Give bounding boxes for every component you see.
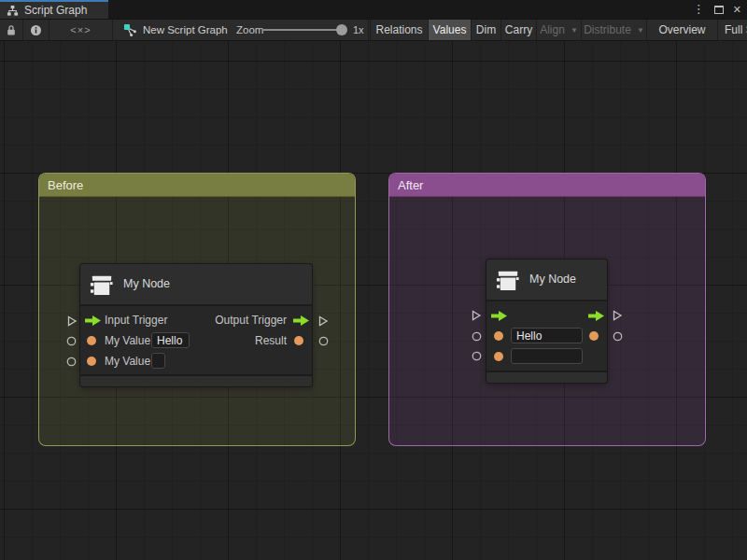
full-screen-label: Full Scr <box>725 23 747 36</box>
external-value-port[interactable] <box>472 331 482 342</box>
external-value-port[interactable] <box>613 331 623 342</box>
group-after-header[interactable]: After <box>389 174 705 197</box>
external-value-port[interactable] <box>472 351 482 361</box>
tab-title: Script Graph <box>24 4 87 17</box>
new-graph-icon <box>123 23 137 37</box>
port-row-value-a: My Value A Result <box>80 330 312 351</box>
my-value-b-input[interactable] <box>151 353 165 369</box>
more-menu-icon[interactable]: ⋮ <box>693 0 705 19</box>
port-row-value-b: My Value B <box>80 351 312 371</box>
lock-icon <box>6 24 17 36</box>
align-label: Align <box>540 23 565 36</box>
overview-label: Overview <box>658 23 705 36</box>
output-trigger-label: Output Trigger <box>215 310 287 330</box>
values-label: Values <box>433 23 467 36</box>
dim-button[interactable]: Dim <box>471 20 500 40</box>
carry-button[interactable]: Carry <box>500 20 536 40</box>
port-row-trigger: Input Trigger Output Trigger <box>80 310 312 330</box>
my-value-a-input[interactable] <box>151 332 190 348</box>
graph-toolbar: <×> New Script Graph Zoom 1x Relations V… <box>0 19 747 41</box>
result-label: Result <box>255 330 287 351</box>
flow-output-port[interactable] <box>588 311 604 321</box>
group-before-title: Before <box>48 178 83 192</box>
distribute-button[interactable]: Distribute ▼ <box>581 20 646 40</box>
group-before-header[interactable]: Before <box>39 174 355 197</box>
node-my-node-before[interactable]: My Node Input Trigger Output Trigger My … <box>80 264 312 386</box>
info-button[interactable] <box>22 20 49 40</box>
input-trigger-label: Input Trigger <box>105 310 167 330</box>
node-my-node-after[interactable]: My Node <box>486 259 607 383</box>
overview-button[interactable]: Overview <box>646 20 717 40</box>
chevron-down-icon: ▼ <box>637 26 644 35</box>
lock-button[interactable] <box>0 20 22 40</box>
my-value-a-input[interactable] <box>511 328 583 343</box>
value-output-port[interactable] <box>294 336 303 345</box>
relations-label: Relations <box>375 23 422 36</box>
carry-label: Carry <box>505 23 532 36</box>
value-input-port[interactable] <box>494 352 503 361</box>
external-flow-port[interactable] <box>612 310 623 321</box>
script-graph-window: Script Graph ⋮ ✕ <box>0 0 747 560</box>
graph-hierarchy-icon <box>7 5 19 17</box>
node-title: My Node <box>123 264 170 304</box>
unit-icon <box>496 268 521 293</box>
align-button[interactable]: Align ▼ <box>536 20 581 40</box>
external-value-port[interactable] <box>66 336 77 346</box>
zoom-slider-thumb[interactable] <box>336 24 347 35</box>
tab-strip: Script Graph ⋮ ✕ <box>0 0 747 19</box>
value-input-port[interactable] <box>87 357 96 366</box>
flow-output-port[interactable] <box>293 315 309 326</box>
node-footer <box>486 371 607 383</box>
node-footer <box>80 374 312 386</box>
distribute-label: Distribute <box>584 23 631 36</box>
zoom-label: Zoom <box>236 20 263 40</box>
external-flow-port[interactable] <box>317 315 329 327</box>
group-after-title: After <box>398 178 423 192</box>
full-screen-button[interactable]: Full Scr <box>717 20 747 40</box>
node-title: My Node <box>529 259 576 300</box>
value-output-port[interactable] <box>589 331 599 341</box>
values-button[interactable]: Values <box>428 20 471 40</box>
zoom-slider-track[interactable] <box>262 29 343 31</box>
new-graph-label: New Script Graph <box>143 24 228 35</box>
zoom-value: 1x <box>353 20 364 40</box>
new-script-graph-button[interactable]: New Script Graph <box>118 20 228 40</box>
flow-input-port[interactable] <box>491 311 507 321</box>
node-header[interactable]: My Node <box>486 259 607 301</box>
edit-source-button[interactable]: <×> <box>49 20 112 40</box>
flow-input-port[interactable] <box>85 315 101 326</box>
unit-icon <box>90 273 115 298</box>
info-icon <box>30 24 42 36</box>
relations-button[interactable]: Relations <box>370 20 428 40</box>
external-flow-port[interactable] <box>471 310 482 321</box>
maximize-icon[interactable] <box>714 1 724 18</box>
dim-label: Dim <box>476 23 496 36</box>
window-controls: ⋮ ✕ <box>693 0 741 19</box>
port-row-value-b <box>486 346 607 367</box>
value-input-port[interactable] <box>494 331 503 341</box>
external-value-port[interactable] <box>66 357 77 367</box>
port-row-trigger <box>486 305 607 326</box>
external-value-port[interactable] <box>318 336 329 346</box>
chevron-down-icon: ▼ <box>571 26 578 35</box>
tab-script-graph[interactable]: Script Graph <box>0 0 108 19</box>
graph-canvas[interactable]: Before After My Nod <box>0 41 747 560</box>
external-flow-port[interactable] <box>66 315 78 327</box>
close-icon[interactable]: ✕ <box>733 0 741 19</box>
my-value-b-input[interactable] <box>511 348 583 364</box>
port-row-value-a <box>486 326 607 346</box>
code-icon: <×> <box>70 24 91 35</box>
node-header[interactable]: My Node <box>80 264 312 306</box>
value-input-port[interactable] <box>87 336 96 345</box>
